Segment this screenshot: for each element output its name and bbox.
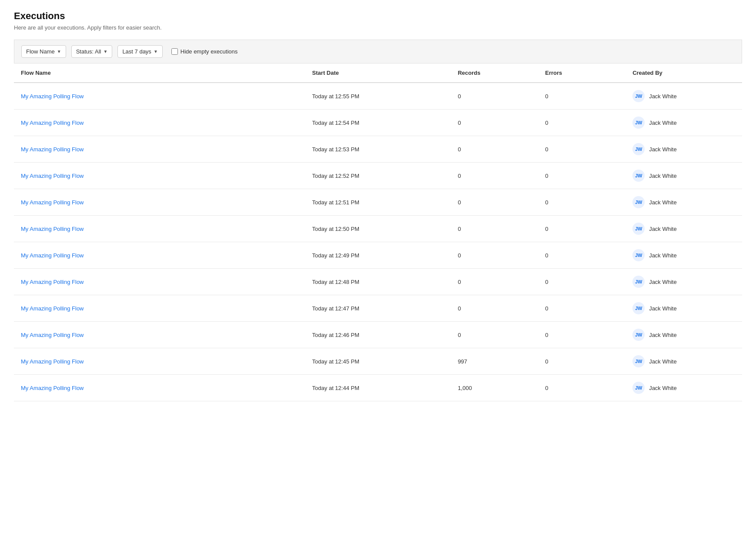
creator-name: Jack White bbox=[649, 146, 677, 153]
flow-name-chevron-icon: ▼ bbox=[57, 49, 61, 54]
avatar: JW bbox=[632, 143, 645, 155]
errors-cell: 0 bbox=[538, 216, 626, 242]
flow-name-link[interactable]: My Amazing Polling Flow bbox=[21, 146, 84, 153]
flow-name-link[interactable]: My Amazing Polling Flow bbox=[21, 305, 84, 312]
table-row: My Amazing Polling FlowToday at 12:47 PM… bbox=[14, 295, 742, 322]
creator-name: Jack White bbox=[649, 252, 677, 259]
table-row: My Amazing Polling FlowToday at 12:55 PM… bbox=[14, 83, 742, 110]
errors-cell: 0 bbox=[538, 269, 626, 295]
start-date-cell: Today at 12:44 PM bbox=[305, 375, 451, 401]
flow-name-link[interactable]: My Amazing Polling Flow bbox=[21, 173, 84, 179]
avatar: JW bbox=[632, 382, 645, 394]
start-date-cell: Today at 12:47 PM bbox=[305, 295, 451, 322]
flow-name-link[interactable]: My Amazing Polling Flow bbox=[21, 332, 84, 338]
records-cell: 0 bbox=[451, 83, 538, 110]
records-cell: 0 bbox=[451, 163, 538, 189]
created-by-cell: JWJack White bbox=[626, 348, 742, 375]
flow-name-link[interactable]: My Amazing Polling Flow bbox=[21, 226, 84, 232]
table-row: My Amazing Polling FlowToday at 12:49 PM… bbox=[14, 242, 742, 269]
errors-cell: 0 bbox=[538, 295, 626, 322]
date-range-filter-button[interactable]: Last 7 days ▼ bbox=[117, 45, 162, 58]
start-date-cell: Today at 12:54 PM bbox=[305, 110, 451, 136]
filters-bar: Flow Name ▼ Status: All ▼ Last 7 days ▼ … bbox=[14, 40, 742, 63]
flow-name-link[interactable]: My Amazing Polling Flow bbox=[21, 120, 84, 126]
errors-cell: 0 bbox=[538, 348, 626, 375]
flow-name-link[interactable]: My Amazing Polling Flow bbox=[21, 199, 84, 206]
hide-empty-checkbox[interactable] bbox=[171, 48, 178, 55]
flow-name-filter-label: Flow Name bbox=[26, 48, 55, 55]
status-filter-label: Status: All bbox=[76, 48, 101, 55]
table-row: My Amazing Polling FlowToday at 12:51 PM… bbox=[14, 189, 742, 216]
start-date-cell: Today at 12:49 PM bbox=[305, 242, 451, 269]
avatar: JW bbox=[632, 249, 645, 261]
date-range-chevron-icon: ▼ bbox=[154, 49, 158, 54]
start-date-cell: Today at 12:50 PM bbox=[305, 216, 451, 242]
avatar: JW bbox=[632, 117, 645, 129]
created-by-cell: JWJack White bbox=[626, 83, 742, 110]
start-date-cell: Today at 12:52 PM bbox=[305, 163, 451, 189]
errors-cell: 0 bbox=[538, 375, 626, 401]
start-date-cell: Today at 12:48 PM bbox=[305, 269, 451, 295]
creator-name: Jack White bbox=[649, 279, 677, 285]
records-cell: 0 bbox=[451, 136, 538, 163]
created-by-cell: JWJack White bbox=[626, 189, 742, 216]
start-date-cell: Today at 12:46 PM bbox=[305, 322, 451, 348]
col-header-created-by: Created By bbox=[626, 63, 742, 83]
avatar: JW bbox=[632, 329, 645, 341]
errors-cell: 0 bbox=[538, 136, 626, 163]
flow-name-filter-button[interactable]: Flow Name ▼ bbox=[21, 45, 66, 58]
flow-name-link[interactable]: My Amazing Polling Flow bbox=[21, 93, 84, 100]
avatar: JW bbox=[632, 302, 645, 314]
date-range-filter-label: Last 7 days bbox=[122, 48, 151, 55]
creator-name: Jack White bbox=[649, 173, 677, 179]
avatar: JW bbox=[632, 355, 645, 367]
records-cell: 0 bbox=[451, 242, 538, 269]
page-title: Executions bbox=[14, 10, 742, 22]
avatar: JW bbox=[632, 276, 645, 288]
col-header-records: Records bbox=[451, 63, 538, 83]
errors-cell: 0 bbox=[538, 83, 626, 110]
creator-name: Jack White bbox=[649, 305, 677, 312]
hide-empty-executions-toggle[interactable]: Hide empty executions bbox=[171, 48, 238, 55]
col-header-flow-name: Flow Name bbox=[14, 63, 305, 83]
flow-name-link[interactable]: My Amazing Polling Flow bbox=[21, 252, 84, 259]
avatar: JW bbox=[632, 170, 645, 182]
errors-cell: 0 bbox=[538, 110, 626, 136]
created-by-cell: JWJack White bbox=[626, 295, 742, 322]
records-cell: 997 bbox=[451, 348, 538, 375]
records-cell: 0 bbox=[451, 295, 538, 322]
created-by-cell: JWJack White bbox=[626, 163, 742, 189]
records-cell: 1,000 bbox=[451, 375, 538, 401]
records-cell: 0 bbox=[451, 322, 538, 348]
creator-name: Jack White bbox=[649, 93, 677, 100]
hide-empty-label-text: Hide empty executions bbox=[181, 48, 238, 55]
table-row: My Amazing Polling FlowToday at 12:52 PM… bbox=[14, 163, 742, 189]
avatar: JW bbox=[632, 196, 645, 208]
status-filter-button[interactable]: Status: All ▼ bbox=[71, 45, 113, 58]
flow-name-link[interactable]: My Amazing Polling Flow bbox=[21, 279, 84, 285]
created-by-cell: JWJack White bbox=[626, 136, 742, 163]
table-row: My Amazing Polling FlowToday at 12:50 PM… bbox=[14, 216, 742, 242]
creator-name: Jack White bbox=[649, 120, 677, 126]
errors-cell: 0 bbox=[538, 189, 626, 216]
executions-tbody: My Amazing Polling FlowToday at 12:55 PM… bbox=[14, 83, 742, 401]
start-date-cell: Today at 12:51 PM bbox=[305, 189, 451, 216]
executions-table: Flow Name Start Date Records Errors Crea… bbox=[14, 63, 742, 401]
created-by-cell: JWJack White bbox=[626, 322, 742, 348]
created-by-cell: JWJack White bbox=[626, 216, 742, 242]
avatar: JW bbox=[632, 223, 645, 235]
errors-cell: 0 bbox=[538, 163, 626, 189]
created-by-cell: JWJack White bbox=[626, 110, 742, 136]
creator-name: Jack White bbox=[649, 385, 677, 391]
col-header-errors: Errors bbox=[538, 63, 626, 83]
table-row: My Amazing Polling FlowToday at 12:53 PM… bbox=[14, 136, 742, 163]
errors-cell: 0 bbox=[538, 242, 626, 269]
records-cell: 0 bbox=[451, 110, 538, 136]
records-cell: 0 bbox=[451, 189, 538, 216]
flow-name-link[interactable]: My Amazing Polling Flow bbox=[21, 385, 84, 391]
created-by-cell: JWJack White bbox=[626, 269, 742, 295]
table-row: My Amazing Polling FlowToday at 12:48 PM… bbox=[14, 269, 742, 295]
start-date-cell: Today at 12:55 PM bbox=[305, 83, 451, 110]
flow-name-link[interactable]: My Amazing Polling Flow bbox=[21, 358, 84, 365]
errors-cell: 0 bbox=[538, 322, 626, 348]
